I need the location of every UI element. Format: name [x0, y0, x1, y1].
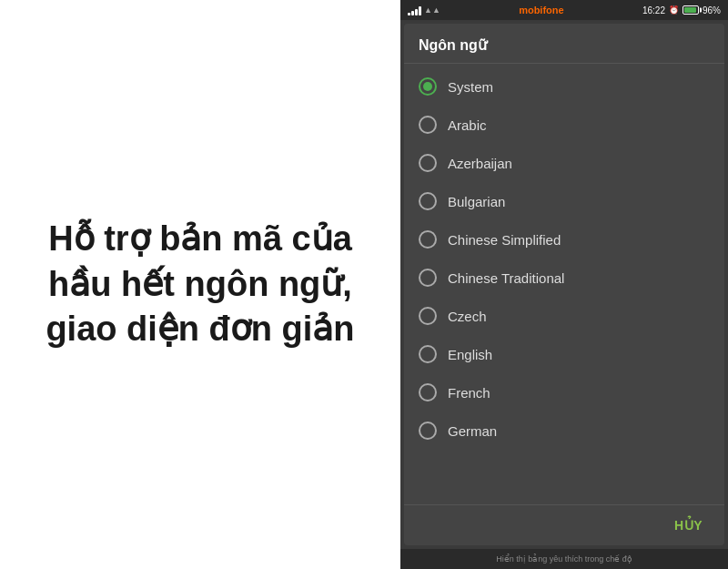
radio-button	[419, 269, 437, 287]
language-label: Azerbaijan	[448, 156, 512, 171]
radio-inner	[423, 82, 432, 91]
left-panel: Hỗ trợ bản mã của hầu hết ngôn ngữ, giao…	[0, 0, 400, 569]
signal-bar-3	[415, 9, 418, 15]
radio-button	[419, 307, 437, 325]
signal-strength: ▲▲	[424, 5, 440, 15]
language-item[interactable]: Czech	[404, 297, 724, 335]
language-label: Chinese Traditional	[448, 270, 564, 286]
language-item[interactable]: Bulgarian	[404, 182, 724, 220]
language-label: German	[448, 423, 497, 439]
bottom-bar: Hiển thị bảng yêu thích trong chế độ	[400, 549, 728, 569]
radio-button	[419, 230, 437, 249]
time-display: 16:22	[642, 5, 665, 15]
language-dialog: Ngôn ngữ SystemArabicAzerbaijanBulgarian…	[404, 24, 724, 545]
dialog-title: Ngôn ngữ	[404, 24, 724, 64]
language-item[interactable]: English	[404, 335, 724, 373]
language-item[interactable]: Azerbaijan	[404, 144, 724, 182]
battery-fill	[684, 7, 696, 13]
language-label: System	[448, 79, 493, 95]
radio-button	[419, 116, 437, 134]
radio-button	[419, 383, 437, 401]
signal-bar-2	[411, 11, 414, 15]
carrier-name: mobifone	[519, 5, 564, 15]
battery-icon	[682, 5, 699, 15]
language-list: SystemArabicAzerbaijanBulgarianChinese S…	[404, 64, 724, 504]
language-label: Czech	[448, 309, 487, 324]
status-right: 16:22 ⏰ 96%	[642, 5, 721, 15]
signal-bar-1	[408, 13, 410, 15]
radio-button	[419, 192, 437, 210]
radio-button	[419, 422, 437, 440]
language-item[interactable]: German	[404, 412, 724, 450]
language-label: French	[448, 385, 490, 401]
language-item[interactable]: French	[404, 373, 724, 412]
language-item[interactable]: Chinese Traditional	[404, 259, 724, 297]
dialog-footer: HỦY	[404, 504, 724, 545]
language-label: Bulgarian	[448, 194, 505, 209]
language-label: Arabic	[448, 117, 487, 133]
phone-screen: ▲▲ mobifone 16:22 ⏰ 96% Ngôn ngữ SystemA…	[400, 0, 728, 569]
language-item[interactable]: Arabic	[404, 106, 724, 144]
language-item[interactable]: Chinese Simplified	[404, 220, 724, 259]
status-bar: ▲▲ mobifone 16:22 ⏰ 96%	[400, 0, 728, 20]
language-label: Chinese Simplified	[448, 232, 561, 248]
battery-pct: 96%	[703, 5, 721, 15]
signal-bar-4	[419, 6, 421, 15]
signal-bars	[408, 5, 421, 15]
language-item[interactable]: System	[404, 67, 724, 106]
radio-button	[419, 77, 437, 96]
radio-button	[419, 345, 437, 363]
alarm-icon: ⏰	[669, 5, 679, 15]
bottom-text: Hiển thị bảng yêu thích trong chế độ	[496, 554, 632, 564]
radio-button	[419, 154, 437, 172]
cancel-button[interactable]: HỦY	[667, 514, 710, 536]
status-left: ▲▲	[408, 5, 440, 15]
hero-text: Hỗ trợ bản mã của hầu hết ngôn ngữ, giao…	[36, 217, 364, 351]
language-label: English	[448, 347, 492, 362]
